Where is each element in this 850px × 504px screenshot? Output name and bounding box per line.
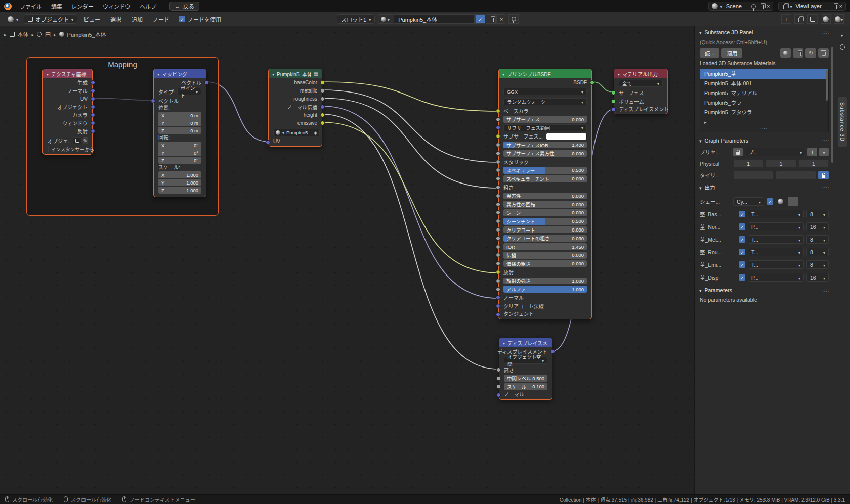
input-socket[interactable] (496, 261, 500, 266)
subsurface-color-swatch[interactable] (546, 133, 587, 140)
shader-type-dropdown[interactable]: オブジェクト (24, 14, 77, 24)
input-socket[interactable] (496, 176, 500, 181)
grip-icon[interactable] (823, 29, 829, 35)
node-pumpkin-group[interactable]: Pumpkin5_本体 baseColor metallic roughness… (268, 69, 322, 147)
instancer-checkbox[interactable] (48, 146, 49, 152)
expand-icon[interactable] (704, 119, 707, 125)
output-socket[interactable] (320, 97, 325, 101)
list-item[interactable]: Pumpkin5_マテリアル (700, 88, 828, 98)
subsurface-slider[interactable]: サブサーフェス0.000 (503, 116, 587, 123)
subsurface-radius-field[interactable]: サブサーフェス範囲 (503, 124, 587, 132)
resolution-dropdown[interactable]: 16 (806, 273, 829, 282)
collapse-icon[interactable] (618, 71, 620, 77)
parameters-section-header[interactable]: Parameters (695, 284, 834, 296)
input-socket[interactable] (496, 134, 500, 139)
resolution-dropdown[interactable]: 16 (806, 222, 829, 231)
scale-z-field[interactable]: Z1.000 (158, 187, 201, 194)
tiling-l-lock-button[interactable] (818, 171, 829, 179)
menu-edit[interactable]: 編集 (47, 1, 66, 11)
node-texture-coordinate[interactable]: テクスチャ座標 生成 ノーマル UV オブジェクト カメラ ウィンドウ 反射 オ… (42, 69, 93, 155)
output-socket[interactable] (91, 88, 95, 93)
input-socket[interactable] (496, 253, 500, 257)
input-socket[interactable] (611, 99, 616, 104)
close-icon[interactable] (767, 3, 770, 9)
input-socket[interactable] (496, 210, 500, 215)
input-socket[interactable] (496, 125, 500, 130)
input-socket[interactable] (611, 90, 616, 95)
physical-field-x[interactable]: 1 (733, 159, 763, 168)
input-socket[interactable] (151, 99, 155, 103)
preset-lock-button[interactable] (733, 148, 743, 156)
fake-user-icon[interactable] (314, 130, 317, 135)
overlays-button[interactable] (808, 14, 818, 24)
distribution-dropdown[interactable]: GGX (503, 88, 587, 96)
input-socket[interactable] (496, 376, 501, 381)
output-socket[interactable] (320, 80, 325, 85)
scale-slider[interactable]: スケール0.100 (504, 383, 547, 390)
scale-x-field[interactable]: X1.000 (158, 171, 201, 178)
duplicate-material-button[interactable] (486, 14, 496, 24)
alpha-slider[interactable]: アルファ1.000 (503, 286, 587, 293)
mapping-type-dropdown[interactable]: ポイント (177, 88, 201, 96)
output-checkbox[interactable] (739, 211, 745, 217)
location-y-field[interactable]: Y0 m (158, 119, 201, 126)
collapse-icon[interactable] (157, 71, 159, 77)
node-mapping[interactable]: マッピング ベクトル タイプ: ポイント ベクトル 位置: X0 m Y0 m … (153, 69, 206, 197)
midlevel-slider[interactable]: 中間レベル0.500 (504, 375, 547, 382)
menu-view[interactable]: ビュー (79, 14, 104, 24)
backdrop-sphere-1[interactable] (821, 14, 831, 24)
rotation-x-field[interactable]: X0° (158, 142, 201, 149)
resolution-dropdown[interactable]: 8 (806, 248, 829, 256)
node-header[interactable]: マッピング (154, 69, 206, 78)
input-socket[interactable] (496, 109, 500, 113)
input-socket[interactable] (266, 140, 270, 145)
format-dropdown[interactable]: T... (748, 248, 804, 256)
output-socket[interactable] (91, 121, 95, 125)
editor-type-selector[interactable] (4, 14, 22, 24)
slot-dropdown[interactable]: スロット1 (337, 14, 375, 24)
input-socket[interactable] (496, 304, 500, 308)
input-socket[interactable] (496, 236, 500, 241)
input-socket[interactable] (496, 279, 500, 283)
shader-preview-button[interactable] (775, 197, 786, 206)
clearcoat-slider[interactable]: クリアコート0.000 (503, 226, 587, 234)
viewlayer-selector[interactable]: ViewLayer (778, 2, 846, 11)
close-icon[interactable] (839, 3, 842, 9)
sidebar-scrollbar[interactable] (831, 47, 833, 163)
output-checkbox[interactable] (739, 274, 745, 281)
refresh-button[interactable] (805, 48, 816, 58)
input-socket[interactable] (496, 295, 500, 300)
menu-add[interactable]: 追加 (128, 14, 147, 24)
output-socket[interactable] (320, 105, 325, 109)
graph-parameters-header[interactable]: Graph Parameters (695, 134, 834, 146)
load-button[interactable]: 読... (700, 48, 719, 58)
pin-toggle[interactable] (508, 14, 519, 24)
output-socket[interactable] (320, 88, 325, 93)
tiling-field-y[interactable] (776, 171, 816, 179)
anisotropic-slider[interactable]: 異方性0.000 (503, 193, 587, 200)
subsurface-method-dropdown[interactable]: ランダムウォーク (503, 98, 587, 106)
rotation-y-field[interactable]: Y0° (158, 149, 201, 156)
list-item[interactable]: Pumpkin5_本体.001 (700, 79, 828, 88)
grip-icon[interactable] (823, 138, 829, 144)
material-name-field[interactable]: Pumpkin5_本体 (394, 14, 475, 24)
tab-substance-3d[interactable]: Substance 3D (838, 97, 847, 147)
resolution-dropdown[interactable]: 8 (806, 210, 829, 218)
node-header[interactable]: プリンシプルBSDF (499, 69, 591, 78)
emission-strength-slider[interactable]: 放射の強さ1.000 (503, 278, 587, 285)
anisotropic-rotation-slider[interactable]: 異方性の回転0.000 (503, 201, 587, 208)
node-principled-bsdf[interactable]: プリンシプルBSDF BSDF GGX ランダムウォーク ベースカラー サブサー… (498, 69, 592, 319)
shader-list-button[interactable] (788, 197, 798, 206)
shader-checkbox[interactable] (767, 198, 773, 205)
material-browse-button[interactable] (377, 14, 393, 24)
transmission-slider[interactable]: 伝播0.000 (503, 252, 587, 259)
output-socket[interactable] (320, 121, 325, 125)
tiling-field-x[interactable] (733, 171, 774, 179)
input-socket[interactable] (611, 107, 616, 112)
format-dropdown[interactable]: T... (748, 210, 804, 218)
preset-menu-button[interactable] (819, 148, 829, 156)
output-checkbox[interactable] (739, 236, 745, 243)
snapping-button[interactable] (794, 14, 804, 24)
format-dropdown[interactable]: P... (748, 222, 804, 231)
list-item[interactable]: Pumpkin5_茎 (700, 69, 828, 79)
